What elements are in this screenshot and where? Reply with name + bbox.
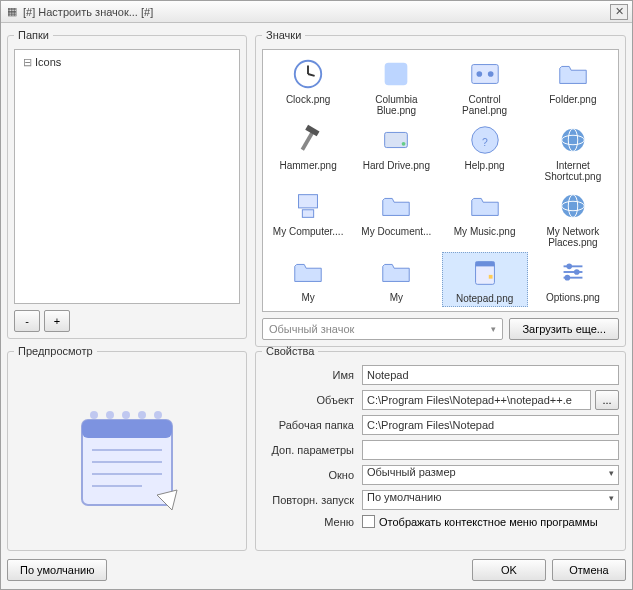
svg-point-5 — [476, 71, 482, 77]
object-label: Объект — [262, 394, 358, 406]
svg-text:?: ? — [482, 137, 488, 148]
prop-row-relaunch: Повторн. запуск По умолчанию — [262, 490, 619, 510]
icon-size-combo[interactable]: Обычный значок — [262, 318, 503, 340]
icon-label: My — [390, 292, 403, 303]
icon-label: Notepad.png — [456, 293, 513, 304]
svg-point-32 — [90, 411, 98, 419]
docs-icon — [378, 188, 414, 224]
folder3-icon — [378, 254, 414, 290]
cpanel-icon — [467, 56, 503, 92]
prop-row-object: Объект ... — [262, 390, 619, 410]
icon-label: Help.png — [465, 160, 505, 171]
folder2-icon — [290, 254, 326, 290]
folder-buttons: - + — [14, 310, 240, 332]
window-select[interactable]: Обычный размер — [362, 465, 619, 485]
icon-label: My Document... — [361, 226, 431, 237]
svg-rect-16 — [299, 195, 318, 208]
content-area: Папки Icons - + Значки Clock.pngColumbia… — [1, 23, 632, 589]
svg-point-33 — [106, 411, 114, 419]
menu-checkbox[interactable] — [362, 515, 375, 528]
prop-row-params: Доп. параметры — [262, 440, 619, 460]
icon-grid[interactable]: Clock.pngColumbia Blue.pngControl Panel.… — [262, 49, 619, 312]
icon-item[interactable]: Notepad.png — [442, 252, 528, 307]
folders-panel: Папки Icons - + — [7, 29, 247, 339]
workdir-label: Рабочая папка — [262, 419, 358, 431]
icon-item[interactable]: Hammer.png — [265, 120, 351, 184]
icon-item[interactable]: Internet Shortcut.png — [530, 120, 616, 184]
icon-label: Options.png — [546, 292, 600, 303]
prop-row-menu: Меню Отображать контекстное меню програм… — [262, 515, 619, 528]
icon-item[interactable]: My Document... — [353, 186, 439, 250]
clock-icon — [290, 56, 326, 92]
menu-checkbox-row: Отображать контекстное меню программы — [362, 515, 598, 528]
folder-tree[interactable]: Icons — [14, 49, 240, 304]
notepad-icon — [467, 255, 503, 291]
options-icon — [555, 254, 591, 290]
tree-item-icons[interactable]: Icons — [19, 54, 235, 71]
object-input[interactable] — [362, 390, 591, 410]
icon-label: Control Panel.png — [448, 94, 522, 116]
svg-rect-4 — [471, 65, 497, 84]
globe-icon — [555, 122, 591, 158]
menu-label: Меню — [262, 516, 358, 528]
icon-item[interactable]: My — [353, 252, 439, 307]
icon-item[interactable]: Options.png — [530, 252, 616, 307]
workdir-input[interactable] — [362, 415, 619, 435]
footer-buttons: По умолчанию OK Отмена — [7, 557, 626, 583]
pc-icon — [290, 188, 326, 224]
icon-label: Hard Drive.png — [363, 160, 430, 171]
svg-point-18 — [562, 195, 585, 218]
params-label: Доп. параметры — [262, 444, 358, 456]
browse-button[interactable]: ... — [595, 390, 619, 410]
load-more-button[interactable]: Загрузить еще... — [509, 318, 619, 340]
hdd-icon — [378, 122, 414, 158]
svg-point-27 — [566, 264, 572, 270]
help-icon: ? — [467, 122, 503, 158]
icon-item[interactable]: Hard Drive.png — [353, 120, 439, 184]
relaunch-select[interactable]: По умолчанию — [362, 490, 619, 510]
remove-folder-button[interactable]: - — [14, 310, 40, 332]
relaunch-label: Повторн. запуск — [262, 494, 358, 506]
icon-label: My Network Places.png — [536, 226, 610, 248]
titlebar: ▦ [#] Настроить значок... [#] ✕ — [1, 1, 632, 23]
icon-item[interactable]: My Music.png — [442, 186, 528, 250]
icons-fieldset: Значки Clock.pngColumbia Blue.pngControl… — [255, 29, 626, 347]
icon-label: Folder.png — [549, 94, 596, 105]
icon-item[interactable]: Folder.png — [530, 54, 616, 118]
preview-legend: Предпросмотр — [14, 345, 97, 357]
icon-item[interactable]: Columbia Blue.png — [353, 54, 439, 118]
bottom-row: Предпросмотр — [7, 345, 626, 551]
svg-point-28 — [574, 269, 580, 275]
icons-panel: Значки Clock.pngColumbia Blue.pngControl… — [255, 29, 626, 339]
icon-item[interactable]: Clock.png — [265, 54, 351, 118]
icon-item[interactable]: My — [265, 252, 351, 307]
svg-point-10 — [402, 142, 406, 146]
network-icon — [555, 188, 591, 224]
cancel-button[interactable]: Отмена — [552, 559, 626, 581]
properties-legend: Свойства — [262, 345, 318, 357]
svg-rect-31 — [82, 420, 172, 438]
icon-item[interactable]: Control Panel.png — [442, 54, 528, 118]
add-folder-button[interactable]: + — [44, 310, 70, 332]
svg-point-6 — [487, 71, 493, 77]
icon-label: My — [301, 292, 314, 303]
default-button[interactable]: По умолчанию — [7, 559, 107, 581]
svg-point-13 — [562, 129, 585, 152]
icons-toolbar: Обычный значок Загрузить еще... — [262, 318, 619, 340]
icon-label: Hammer.png — [280, 160, 337, 171]
svg-point-35 — [138, 411, 146, 419]
icon-label: Clock.png — [286, 94, 330, 105]
name-label: Имя — [262, 369, 358, 381]
preview-fieldset: Предпросмотр — [7, 345, 247, 551]
icon-item[interactable]: My Network Places.png — [530, 186, 616, 250]
close-button[interactable]: ✕ — [610, 4, 628, 20]
icon-item[interactable]: My Computer.... — [265, 186, 351, 250]
icons-legend: Значки — [262, 29, 305, 41]
icon-item[interactable]: ?Help.png — [442, 120, 528, 184]
svg-rect-23 — [488, 275, 492, 279]
ok-button[interactable]: OK — [472, 559, 546, 581]
name-input[interactable] — [362, 365, 619, 385]
svg-rect-22 — [475, 262, 494, 267]
params-input[interactable] — [362, 440, 619, 460]
folder-icon — [555, 56, 591, 92]
